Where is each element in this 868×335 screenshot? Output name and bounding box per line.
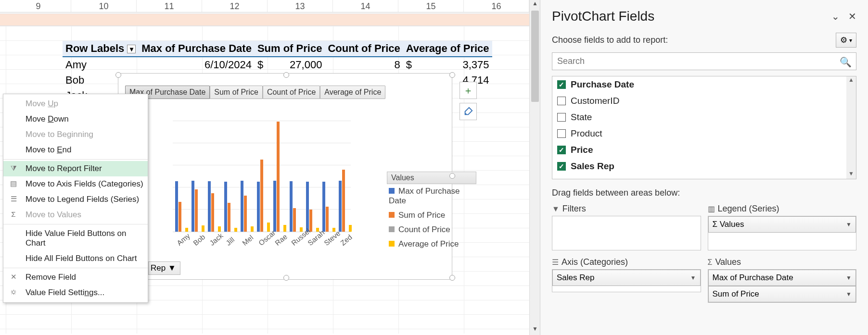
chart-bar[interactable] (241, 181, 243, 232)
chart-field-buttons[interactable]: Max of Purchase DateSum of PriceCount of… (125, 86, 385, 99)
menu-item[interactable]: Move Down (3, 112, 148, 127)
chart-bar[interactable] (326, 207, 329, 232)
menu-item[interactable]: ⧩Move to Report Filter (3, 161, 148, 176)
pane-gear-button[interactable]: ⚙▾ (836, 33, 856, 48)
filters-area[interactable]: ▼Filters (552, 202, 701, 250)
search-icon[interactable]: 🔍 (840, 56, 852, 68)
chevron-down-icon[interactable]: ▼ (690, 274, 696, 281)
legend-area[interactable]: ▥Legend (Series) Σ Values▼ (708, 202, 857, 250)
menu-item[interactable]: Hide All Field Buttons on Chart (3, 251, 148, 266)
field-list-item[interactable]: CustomerID (552, 93, 856, 109)
chart-bar[interactable] (293, 208, 296, 232)
chart-bar[interactable] (349, 225, 352, 232)
chart-plot-area[interactable] (173, 99, 351, 232)
chart-bar[interactable] (218, 226, 221, 232)
chart-plus-button[interactable]: ＋ (460, 82, 477, 99)
column-header[interactable]: 14 (333, 0, 398, 12)
pivot-header[interactable]: Count of Price (325, 41, 403, 57)
field-list-item[interactable]: State (552, 109, 856, 125)
menu-item[interactable]: ▤Move to Axis Fields (Categories) (3, 176, 148, 192)
axis-field-button-rep[interactable]: Rep ▼ (148, 261, 180, 275)
chart-bar[interactable] (195, 189, 198, 232)
chart-legend[interactable]: Values Max of Purchase DateSum of PriceC… (387, 172, 476, 251)
scrollbar-thumb[interactable] (531, 11, 539, 102)
scroll-up-icon[interactable]: ▲ (846, 76, 856, 85)
legend-item[interactable]: Count of Price (387, 223, 476, 237)
chart-bar[interactable] (283, 225, 286, 232)
field-list-item[interactable]: Price (552, 142, 856, 158)
chart-bar[interactable] (273, 181, 276, 232)
field-list-item[interactable]: Purchase Date (552, 76, 856, 93)
chart-bar[interactable] (179, 202, 181, 232)
checkbox[interactable] (557, 146, 566, 154)
sheet-scrollbar[interactable]: ▲ ▼ (529, 0, 540, 335)
area-field-item[interactable]: Sum of Price▼ (708, 286, 856, 302)
legend-header[interactable]: Values (387, 172, 476, 184)
pivot-header[interactable]: Average of Price (403, 41, 492, 57)
menu-item[interactable]: Hide Value Field Buttons on Chart (3, 226, 148, 251)
chevron-down-icon[interactable]: ▼ (846, 291, 852, 298)
chart-bar[interactable] (211, 193, 214, 232)
chart-field-button[interactable]: Sum of Price (210, 86, 263, 99)
legend-item[interactable]: Max of Purchase Date (387, 184, 476, 208)
pivot-header[interactable]: Sum of Price (255, 41, 325, 57)
legend-item[interactable]: Average of Price (387, 237, 476, 251)
column-header[interactable]: 13 (268, 0, 333, 12)
chart-bar[interactable] (202, 225, 204, 232)
chart-bar[interactable] (251, 226, 254, 232)
legend-item[interactable]: Sum of Price (387, 208, 476, 223)
chart-bar[interactable] (342, 170, 345, 232)
pane-collapse-icon[interactable]: ⌄ (831, 11, 840, 22)
checkbox[interactable] (557, 97, 566, 105)
pivot-header[interactable]: Row Labels▾ (63, 41, 139, 57)
chart-bar[interactable] (339, 181, 342, 232)
pane-close-icon[interactable]: ✕ (848, 11, 856, 22)
menu-item[interactable]: ⛭Value Field Settings... (3, 285, 148, 300)
checkbox[interactable] (557, 80, 566, 89)
chart-bar[interactable] (244, 196, 247, 232)
menu-item[interactable]: ☰Move to Legend Fields (Series) (3, 192, 148, 207)
column-header[interactable]: 16 (464, 0, 529, 12)
area-field-item[interactable]: Max of Purchase Date▼ (708, 270, 856, 286)
column-header[interactable]: 12 (202, 0, 268, 12)
row-labels-dropdown-icon[interactable]: ▾ (127, 45, 136, 53)
chart-bar[interactable] (322, 182, 325, 232)
chart-field-button[interactable]: Average of Price (320, 86, 385, 99)
chart-bar[interactable] (228, 203, 230, 232)
chart-bar[interactable] (309, 210, 312, 232)
menu-item[interactable]: Move to End (3, 142, 148, 158)
pivot-row[interactable]: Amy6/10/2024$27,0008$3,375 (63, 57, 492, 73)
chart-bar[interactable] (257, 182, 260, 232)
field-list-item[interactable]: Sales Rep (552, 158, 856, 174)
chart-bar[interactable] (191, 181, 194, 232)
column-header[interactable]: 9 (6, 0, 71, 12)
chart-bar[interactable] (175, 181, 178, 232)
chevron-down-icon[interactable]: ▼ (846, 274, 852, 281)
pivot-chart[interactable]: 2228217321192064200919541899 AmyBobJackJ… (118, 73, 452, 280)
chart-bar[interactable] (290, 181, 293, 232)
chart-bar[interactable] (260, 160, 263, 232)
values-area[interactable]: ΣValues Max of Purchase Date▼Sum of Pric… (708, 255, 857, 303)
axis-area[interactable]: ☰Axis (Categories) Sales Rep▼ (552, 255, 701, 303)
chart-bar[interactable] (224, 182, 227, 232)
scroll-down-icon[interactable]: ▼ (530, 325, 540, 335)
chart-bar[interactable] (277, 122, 280, 232)
chart-field-button[interactable]: Count of Price (263, 86, 320, 99)
checkbox[interactable] (557, 129, 566, 138)
field-list[interactable]: Purchase DateCustomerIDStateProductPrice… (552, 76, 856, 179)
area-field-item[interactable]: Sales Rep▼ (552, 270, 701, 286)
chevron-down-icon[interactable]: ▼ (846, 221, 852, 228)
menu-item[interactable]: ✕Remove Field (3, 270, 148, 285)
pivot-header[interactable]: Max of Purchase Date (139, 41, 255, 57)
chart-bar[interactable] (234, 228, 237, 232)
field-list-scrollbar[interactable]: ▲ ▼ (846, 76, 856, 179)
checkbox[interactable] (557, 113, 566, 122)
area-field-item[interactable]: Σ Values▼ (708, 216, 856, 233)
column-header[interactable]: 10 (71, 0, 137, 12)
scroll-down-icon[interactable]: ▼ (846, 170, 856, 179)
field-list-item[interactable]: Product (552, 125, 856, 142)
chart-bar[interactable] (306, 182, 309, 232)
context-menu[interactable]: Move UpMove DownMove to BeginningMove to… (3, 94, 148, 303)
chart-brush-button[interactable] (460, 103, 477, 120)
checkbox[interactable] (557, 162, 566, 171)
